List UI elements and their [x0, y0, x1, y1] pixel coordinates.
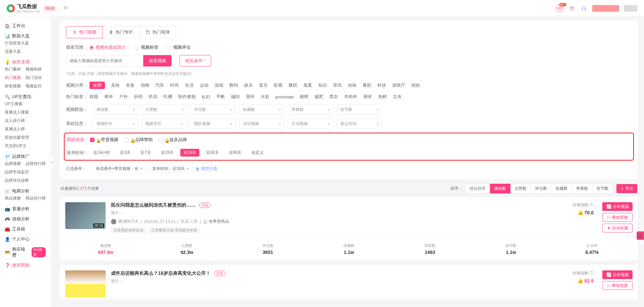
- time-pill[interactable]: 近60天: [203, 149, 222, 157]
- sidebar-collapse-icon[interactable]: «: [50, 156, 54, 169]
- category-tag[interactable]: 科技: [377, 82, 386, 88]
- category-tag[interactable]: 国创: [411, 82, 420, 88]
- category-tag[interactable]: 游戏: [215, 82, 223, 88]
- time-pill[interactable]: 近7天: [137, 149, 154, 157]
- category-tag[interactable]: 数码: [229, 82, 238, 88]
- time-pill[interactable]: 自定义: [248, 149, 267, 157]
- play-button[interactable]: ▷ 播放视频: [602, 281, 633, 290]
- clear-filters-link[interactable]: 🗑清空已选: [196, 166, 217, 172]
- hot-tag[interactable]: 手帐: [216, 94, 225, 100]
- video-thumbnail[interactable]: 00:16: [65, 202, 106, 229]
- video-title[interactable]: 成年后还能再长高么？18岁后身高变化大公开！: [111, 270, 211, 276]
- info-select[interactable]: 视频时长: [93, 119, 138, 129]
- info-icon[interactable]: ⓘ: [590, 271, 594, 275]
- sidebar-sub[interactable]: 热门活动: [26, 75, 42, 81]
- category-tag[interactable]: 番剧: [363, 82, 371, 88]
- hot-tag[interactable]: 海鲜: [378, 94, 387, 100]
- data-select[interactable]: 收藏数: [239, 104, 285, 115]
- favorite-button[interactable]: ★ 添加收藏: [602, 224, 633, 232]
- sidebar-sub[interactable]: UP主搜索: [5, 101, 23, 107]
- video-tag[interactable]: 三农繁星计划-寻找家乡年味: [149, 227, 200, 233]
- category-tag[interactable]: 舞蹈: [289, 82, 297, 88]
- play-button[interactable]: ▷ 播放视频: [602, 213, 633, 222]
- video-thumbnail[interactable]: [65, 270, 106, 297]
- info-select[interactable]: 团队视频: [190, 119, 236, 129]
- hot-tag[interactable]: BJD: [202, 94, 210, 99]
- scope-radio-comment[interactable]: 视频评论: [167, 44, 191, 50]
- menu-toggle-icon[interactable]: [63, 5, 68, 11]
- sidebar-item-game[interactable]: 🎮 游戏分析: [0, 213, 50, 223]
- tab-hot-album[interactable]: 热门相簿: [140, 26, 176, 38]
- tab-hot-column[interactable]: 热门专栏: [103, 26, 140, 38]
- sidebar-sub[interactable]: 视频热榜: [26, 67, 42, 72]
- category-tag[interactable]: 鬼畜: [303, 82, 312, 88]
- scope-radio-title[interactable]: 视频标题或简介: [89, 44, 126, 50]
- sidebar-sub[interactable]: 直播达人搜索: [5, 109, 29, 115]
- video-title[interactable]: 医生问我是怎么做到冻伤又被烫伤的……: [111, 202, 196, 208]
- export-button[interactable]: ⇩导出: [616, 184, 637, 193]
- sidebar-sub[interactable]: 商品搜索: [5, 195, 21, 201]
- user-avatar[interactable]: [592, 5, 619, 12]
- sidebar-item-live[interactable]: 📺 直播分析: [0, 203, 50, 213]
- sidebar-sub[interactable]: 流量大盘: [5, 49, 21, 54]
- data-select[interactable]: 弹幕数: [288, 104, 333, 115]
- sidebar-item-creative[interactable]: 💡 创意灵感: [0, 56, 50, 67]
- hot-tag[interactable]: 制作教程: [178, 94, 196, 100]
- search-input[interactable]: [66, 55, 143, 67]
- hot-tag[interactable]: 吐槽: [163, 94, 172, 100]
- time-pill[interactable]: 近15天: [158, 149, 177, 157]
- sidebar-item-renew[interactable]: 💳 购买续费年付6折: [0, 244, 50, 260]
- hot-tag[interactable]: 文具: [393, 94, 402, 100]
- hot-tag[interactable]: 黑农: [329, 94, 338, 100]
- category-tag[interactable]: 放映厅: [392, 82, 405, 88]
- sidebar-sub[interactable]: 视频监控: [26, 83, 42, 89]
- search-button[interactable]: 搜索视频: [143, 55, 172, 67]
- info-select[interactable]: 互动视频: [288, 119, 333, 129]
- info-select[interactable]: 视频类型: [142, 119, 187, 129]
- analyze-button[interactable]: 📈 分析视频: [602, 270, 633, 279]
- sidebar-sub[interactable]: 关注的UP主: [5, 143, 27, 149]
- hot-tag[interactable]: 羊肉串: [344, 94, 357, 100]
- video-author[interactable]: 疆域阿力木: [118, 219, 139, 224]
- help-icon[interactable]: [568, 5, 575, 12]
- sort-button[interactable]: 评论数: [531, 184, 552, 193]
- hot-tag[interactable]: 烧烤: [300, 94, 308, 100]
- sidebar-sub[interactable]: 标签搜索: [5, 83, 21, 89]
- sidebar-sub[interactable]: 品牌评论诊断: [5, 178, 29, 183]
- hot-tag[interactable]: 校园: [89, 94, 98, 100]
- sidebar-sub[interactable]: 行业投放大盘: [5, 40, 29, 46]
- sidebar-sub[interactable]: 品牌排行榜: [26, 161, 46, 167]
- sidebar-sub[interactable]: 热门素材: [5, 67, 21, 72]
- info-select[interactable]: 观众性别: [337, 119, 382, 129]
- category-tag[interactable]: 动物: [141, 82, 149, 88]
- sidebar-item-help[interactable]: ❓ 使用帮助: [0, 260, 50, 270]
- data-select[interactable]: 投币数: [337, 104, 382, 115]
- hot-tag[interactable]: 水彩: [261, 94, 269, 100]
- sidebar-item-brand[interactable]: 💎 品牌推广: [0, 151, 50, 161]
- data-select[interactable]: 评论数: [190, 104, 236, 115]
- category-tag[interactable]: 影视: [274, 82, 282, 88]
- sidebar-sub[interactable]: 热门视频: [5, 75, 21, 81]
- sidebar-sub[interactable]: 投放结案管理: [5, 135, 29, 140]
- hot-tag[interactable]: 烤串: [104, 94, 113, 100]
- tab-hot-video[interactable]: 热门视频: [66, 26, 103, 38]
- sort-button[interactable]: 投币数: [593, 184, 613, 193]
- hot-tag[interactable]: 减肥: [314, 94, 323, 100]
- category-tag[interactable]: 音乐: [259, 82, 268, 88]
- time-pill[interactable]: 近3天: [117, 149, 134, 157]
- category-tag[interactable]: 资讯: [333, 82, 342, 88]
- headset-icon[interactable]: [580, 5, 588, 12]
- category-tag[interactable]: 知识: [318, 82, 327, 88]
- chip-remove-icon[interactable]: ✕: [186, 167, 189, 171]
- sidebar-item-ecom[interactable]: 🛒 电商分析: [0, 185, 50, 195]
- adv-opt-mention[interactable]: 🔒提及品牌: [159, 137, 187, 143]
- chip-remove-icon[interactable]: ✕: [140, 167, 143, 171]
- customer-service-button[interactable]: 🎧客服: [637, 231, 644, 240]
- sidebar-sub[interactable]: 达人排行榜: [5, 118, 25, 124]
- sidebar-item-personal[interactable]: 👤 个人中心: [0, 233, 50, 244]
- adv-opt-sponsor[interactable]: 🔒品牌赞助: [124, 137, 153, 143]
- video-tag[interactable]: 记录美好农村生活: [111, 227, 146, 233]
- sidebar-sub[interactable]: 商品排行榜: [26, 195, 46, 201]
- time-pill[interactable]: 近24小时: [90, 149, 113, 157]
- time-pill[interactable]: 近30天: [180, 149, 199, 157]
